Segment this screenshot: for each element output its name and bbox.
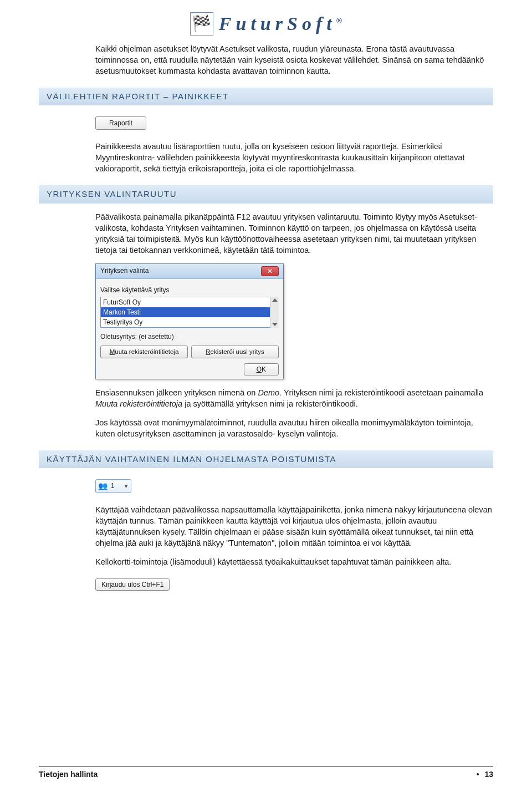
logo-brand: FuturSoft: [219, 13, 336, 34]
logo-text: FuturSoft®: [219, 11, 342, 37]
scrollbar[interactable]: [270, 297, 279, 328]
dialog-title-text: Yrityksen valinta: [100, 266, 149, 275]
modify-registration-button[interactable]: Muuta rekisteröintitietoja: [100, 346, 188, 359]
user-switch-label: 1: [111, 481, 115, 490]
heading-valilehtien: VÄLILEHTIEN RAPORTIT – PAINIKKEET: [39, 88, 493, 105]
btn-register-rest: ekisteröi uusi yritys: [211, 348, 264, 355]
btn-modify-rest: uuta rekisteröintitietoja: [115, 348, 178, 355]
user-switch-icon: 👥: [98, 481, 108, 491]
close-icon[interactable]: ✕: [261, 266, 279, 276]
raportit-button[interactable]: Raportit: [95, 116, 146, 130]
logo: 🏁 FuturSoft®: [39, 11, 493, 37]
registered-icon: ®: [336, 17, 342, 25]
page-footer: Tietojen hallinta • 13: [39, 766, 493, 780]
footer-bullet: •: [473, 770, 483, 779]
user-switch-button[interactable]: 👥 1 ▾: [95, 479, 131, 493]
dialog-select-label: Valitse käytettävä yritys: [100, 286, 279, 295]
heading-kayttajan: KÄYTTÄJÄN VAIHTAMINEN ILMAN OHJELMASTA P…: [39, 450, 493, 468]
heading-yrityksen: YRITYKSEN VALINTARUUTU: [39, 185, 493, 203]
dialog-title-bar: Yrityksen valinta ✕: [96, 264, 283, 279]
register-company-button[interactable]: Rekisteröi uusi yritys: [191, 346, 279, 359]
list-item[interactable]: Testiyritys Oy: [101, 317, 278, 327]
logout-button[interactable]: Kirjaudu ulos Ctrl+F1: [95, 578, 170, 591]
flag-icon: 🏁: [190, 12, 213, 35]
yritys-paragraph-3: Jos käytössä ovat monimyymälätoiminnot, …: [95, 417, 493, 439]
raportit-paragraph: Painikkeesta avautuu lisäraporttien ruut…: [95, 141, 493, 174]
yritys-paragraph-2: Ensiasennuksen jälkeen yrityksen nimenä …: [95, 387, 493, 409]
default-company-label: Oletusyritys: (ei asetettu): [100, 332, 279, 341]
footer-page-number: 13: [484, 770, 493, 779]
chevron-down-icon: ▾: [118, 483, 127, 490]
list-item-selected[interactable]: Markon Testi: [101, 307, 278, 317]
yritys-paragraph-1: Päävalikosta painamalla pikanäppäintä F1…: [95, 211, 493, 256]
yrityksen-valinta-dialog: Yrityksen valinta ✕ Valitse käytettävä y…: [95, 263, 284, 379]
kayttaja-paragraph-1: Käyttäjää vaihdetaan päävalikossa napsau…: [95, 504, 493, 549]
ok-button[interactable]: OK: [244, 363, 279, 375]
footer-left: Tietojen hallinta: [39, 769, 98, 780]
kayttaja-paragraph-2: Kellokortti-toimintoja (lisämoduuli) käy…: [95, 556, 493, 567]
list-item[interactable]: FuturSoft Oy: [101, 297, 278, 307]
intro-paragraph: Kaikki ohjelman asetukset löytyvät Asetu…: [95, 43, 493, 77]
company-list[interactable]: FuturSoft Oy Markon Testi Testiyritys Oy: [100, 297, 279, 328]
